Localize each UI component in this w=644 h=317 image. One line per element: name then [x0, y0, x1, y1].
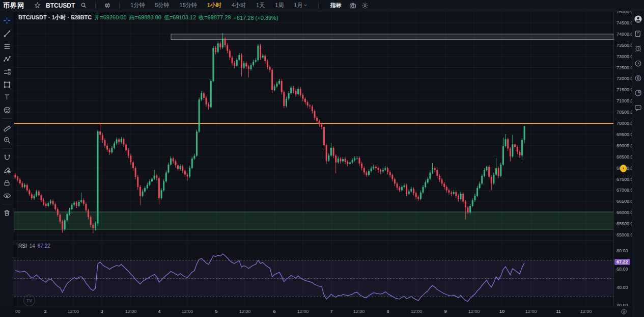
emoji-tool-icon[interactable]	[1, 103, 13, 116]
xabcd-pattern-icon[interactable]	[1, 52, 13, 65]
resistance-box[interactable]	[171, 34, 613, 40]
timeframe-15m[interactable]: 15分钟	[176, 1, 201, 10]
candle	[354, 158, 355, 161]
candle	[271, 70, 273, 90]
candle	[167, 165, 169, 172]
candle	[199, 99, 200, 131]
candle	[78, 202, 80, 206]
user-avatar[interactable]	[633, 14, 643, 24]
timeframe-1w[interactable]: 1周	[271, 1, 287, 10]
coin-info-icon[interactable]	[633, 73, 643, 83]
candle	[90, 217, 92, 225]
price-alert-marker[interactable]: ›	[620, 165, 627, 172]
time-axis-label: 12:00	[580, 309, 592, 314]
candle	[243, 63, 245, 68]
ruler-icon[interactable]	[1, 121, 13, 134]
candle	[363, 168, 365, 173]
hide-all-icon[interactable]	[1, 189, 13, 202]
candlestick-chart[interactable]	[14, 11, 613, 241]
candle	[54, 204, 56, 209]
time-axis-label: 5	[215, 309, 217, 314]
timeframe-1mo[interactable]: 1月	[290, 1, 311, 10]
candle	[361, 164, 362, 168]
fib-retracement-icon[interactable]	[1, 40, 13, 52]
candle	[524, 126, 525, 140]
candle	[340, 158, 341, 161]
rsi-axis-label: 40.00	[617, 285, 628, 290]
candle	[314, 111, 316, 118]
candle	[514, 144, 516, 147]
watchlist-doc-icon[interactable]	[633, 29, 643, 39]
main-chart-pane[interactable]: BTC/USDT · 1小时 · 528BTC 开=69260.00 高=698…	[14, 11, 613, 241]
candle	[443, 183, 445, 187]
candle	[57, 209, 59, 215]
price-axis[interactable]: 75000.0074500.0074000.0073500.0073000.00…	[613, 11, 632, 306]
candle	[142, 192, 144, 196]
time-axis-label: 12:00	[525, 309, 537, 314]
candle	[229, 51, 231, 58]
text-tool-icon[interactable]	[1, 91, 13, 103]
symbol-button[interactable]: BTCUSDT	[46, 2, 75, 9]
candle	[186, 175, 188, 177]
timeframe-1d[interactable]: 1天	[253, 1, 268, 10]
candle	[500, 165, 501, 176]
magnet-icon[interactable]	[1, 151, 13, 164]
crosshair-tool-icon[interactable]	[1, 14, 13, 27]
candle	[519, 152, 520, 155]
timeframe-4h[interactable]: 4小时	[228, 1, 249, 10]
pie-chart-icon[interactable]	[633, 88, 643, 98]
lock-all-icon[interactable]	[1, 176, 13, 189]
candle	[236, 60, 238, 66]
gear-icon[interactable]	[360, 1, 370, 10]
rsi-axis-label: 80.00	[617, 248, 628, 253]
candle	[175, 161, 176, 165]
candle	[319, 121, 320, 125]
search-icon[interactable]	[79, 1, 88, 10]
candle	[262, 56, 264, 58]
shapes-rectangle-icon[interactable]	[1, 78, 13, 91]
divider	[318, 2, 319, 9]
alert-bell-icon[interactable]	[633, 43, 643, 54]
rsi-chart[interactable]	[14, 241, 613, 306]
candle	[307, 102, 309, 105]
remove-all-icon[interactable]	[1, 206, 13, 219]
star-icon[interactable]	[33, 1, 42, 10]
timeframe-1m[interactable]: 1分钟	[127, 1, 148, 10]
candle	[215, 48, 216, 52]
time-axis[interactable]: 00212:00312:00412:00512:00612:00712:0081…	[14, 306, 613, 317]
candle	[288, 93, 290, 99]
camera-icon[interactable]	[348, 1, 357, 10]
candle	[45, 204, 47, 206]
candle	[267, 61, 268, 67]
history-clock-icon[interactable]	[633, 58, 643, 68]
rsi-value-badge: 67.22	[614, 259, 630, 265]
candle	[116, 140, 118, 144]
time-axis-label: 12:00	[182, 309, 193, 314]
candle	[149, 181, 150, 185]
rsi-pane[interactable]: RSI 14 67.22 TV	[14, 241, 613, 306]
candle	[342, 159, 344, 161]
chat-icon[interactable]	[633, 102, 643, 113]
chart-type-candles-icon[interactable]	[103, 1, 112, 10]
zoom-in-icon[interactable]	[1, 134, 13, 146]
candle	[302, 95, 303, 99]
forecast-tool-icon[interactable]	[1, 65, 13, 78]
candle	[286, 99, 287, 106]
candle	[173, 158, 174, 162]
draw-mode-icon[interactable]	[1, 164, 13, 176]
candle	[276, 84, 277, 87]
candle	[88, 210, 89, 217]
timeframe-1h[interactable]: 1小时	[204, 1, 225, 10]
time-axis-label: 12:00	[353, 309, 365, 314]
indicators-button[interactable]: 指标	[326, 1, 345, 10]
candle	[387, 168, 388, 172]
candle	[231, 58, 233, 63]
trend-line-icon[interactable]	[1, 27, 13, 40]
candle	[158, 178, 160, 198]
timeframe-5m[interactable]: 5分钟	[151, 1, 173, 10]
time-axis-settings-icon[interactable]	[621, 308, 627, 315]
divider	[3, 148, 12, 149]
candle	[401, 187, 403, 191]
support-zone[interactable]	[14, 212, 613, 229]
candle	[121, 139, 122, 143]
